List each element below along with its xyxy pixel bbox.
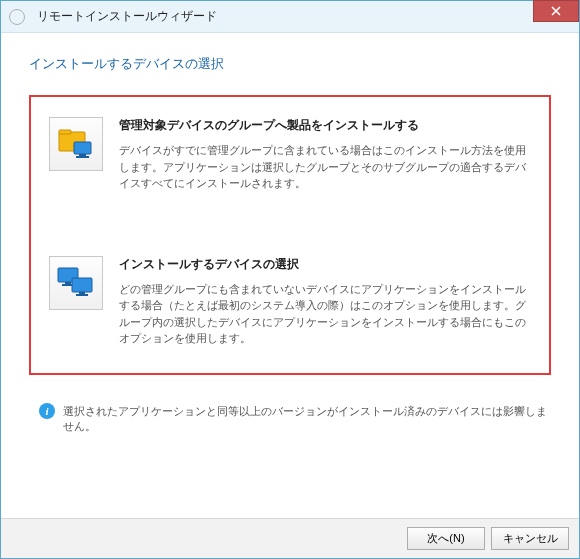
page-subtitle: インストールするデバイスの選択	[29, 55, 551, 73]
option-heading: 管理対象デバイスのグループへ製品をインストールする	[119, 117, 531, 134]
options-highlight-box: 管理対象デバイスのグループへ製品をインストールする デバイスがすでに管理グループ…	[29, 95, 551, 375]
info-icon: i	[39, 403, 55, 419]
svg-rect-1	[59, 130, 71, 134]
svg-rect-9	[79, 292, 85, 294]
close-button[interactable]	[533, 0, 579, 22]
svg-rect-10	[76, 294, 88, 296]
option-text: 管理対象デバイスのグループへ製品をインストールする デバイスがすでに管理グループ…	[119, 117, 531, 192]
option-text: インストールするデバイスの選択 どの管理グループにも含まれていないデバイスにアプ…	[119, 256, 531, 347]
option-heading: インストールするデバイスの選択	[119, 256, 531, 273]
info-row: i 選択されたアプリケーションと同等以上のバージョンがインストール済みのデバイス…	[29, 403, 551, 435]
svg-rect-3	[79, 154, 86, 156]
content-area: インストールするデバイスの選択 管理対象デバイスのグループへ製品をインストールす…	[1, 33, 579, 518]
svg-rect-2	[74, 142, 91, 154]
option-install-to-group[interactable]: 管理対象デバイスのグループへ製品をインストールする デバイスがすでに管理グループ…	[45, 107, 535, 202]
folder-monitor-icon	[49, 117, 103, 171]
svg-rect-6	[65, 282, 71, 284]
close-icon	[551, 6, 561, 16]
info-text: 選択されたアプリケーションと同等以上のバージョンがインストール済みのデバイスには…	[63, 403, 551, 435]
next-button[interactable]: 次へ(N)	[407, 527, 485, 550]
wizard-window: リモートインストールウィザード インストールするデバイスの選択	[0, 0, 580, 559]
svg-rect-4	[76, 156, 89, 158]
option-select-devices[interactable]: インストールするデバイスの選択 どの管理グループにも含まれていないデバイスにアプ…	[45, 246, 535, 357]
window-title: リモートインストールウィザード	[37, 8, 217, 25]
svg-rect-8	[72, 278, 92, 292]
cancel-button[interactable]: キャンセル	[491, 527, 569, 550]
two-monitors-icon	[49, 256, 103, 310]
option-description: どの管理グループにも含まれていないデバイスにアプリケーションをインストールする場…	[119, 281, 531, 347]
app-icon	[9, 9, 25, 25]
footer: 次へ(N) キャンセル	[1, 518, 579, 558]
title-bar: リモートインストールウィザード	[1, 1, 579, 33]
option-description: デバイスがすでに管理グループに含まれている場合はこのインストール方法を使用します…	[119, 142, 531, 192]
